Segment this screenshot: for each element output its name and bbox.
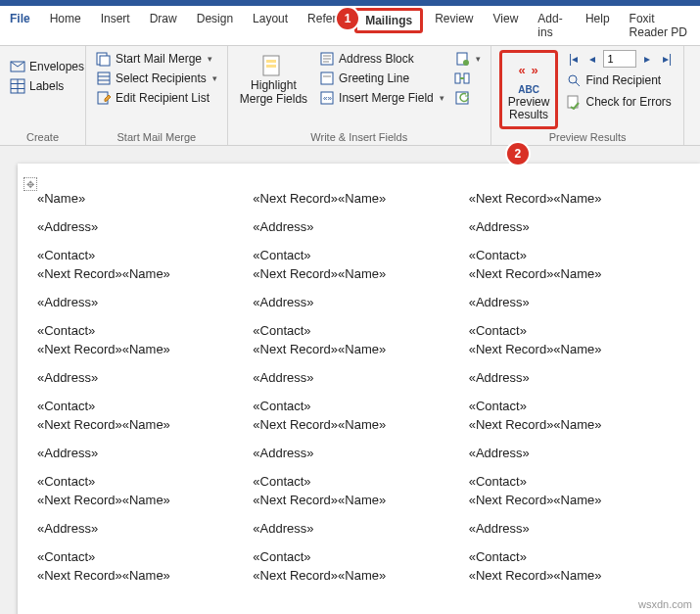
labels-label: Labels (29, 79, 64, 93)
tab-design[interactable]: Design (187, 6, 243, 45)
edit-recipient-list-button[interactable]: Edit Recipient List (94, 89, 219, 107)
preview-results-button[interactable]: « » ABC Preview Results (504, 55, 554, 124)
highlight-merge-fields-button[interactable]: Highlight Merge Fields (236, 50, 311, 109)
merge-field-cell[interactable]: «Address» (35, 519, 251, 538)
tab-layout[interactable]: Layout (243, 6, 298, 45)
tab-review[interactable]: Review (425, 6, 483, 45)
tab-help[interactable]: Help (576, 6, 620, 45)
address-block-icon (319, 51, 335, 67)
envelopes-button[interactable]: Envelopes (8, 58, 86, 75)
match-fields-button[interactable] (452, 70, 483, 87)
merge-field-cell[interactable]: «Next Record»«Name» (35, 491, 251, 509)
merge-field-cell[interactable]: «Address» (467, 444, 682, 462)
edit-list-icon (96, 90, 112, 106)
last-record-button[interactable]: ▸| (658, 50, 676, 68)
check-errors-button[interactable]: Check for Errors (564, 93, 676, 111)
chevron-down-icon: ▾ (212, 73, 217, 83)
start-mail-merge-button[interactable]: Start Mail Merge▾ (94, 50, 219, 68)
merge-field-cell[interactable]: «Contact» (35, 397, 251, 415)
merge-field-cell[interactable]: «Next Record»«Name» (467, 566, 682, 585)
callout-1: 1 (337, 8, 358, 29)
first-record-button[interactable]: |◂ (564, 50, 582, 68)
start-mail-merge-label: Start Mail Merge (116, 52, 202, 66)
tab-addins[interactable]: Add-ins (528, 6, 576, 45)
merge-field-cell[interactable]: «Address» (251, 293, 466, 311)
preview-results-highlight: « » ABC Preview Results (499, 50, 559, 129)
merge-field-cell[interactable]: «Address» (251, 444, 466, 462)
merge-field-cell[interactable]: «Address» (467, 217, 682, 236)
merge-field-cell[interactable]: «Address» (251, 368, 466, 387)
record-number-input[interactable] (603, 50, 636, 68)
merge-field-cell[interactable]: «Address» (467, 519, 682, 538)
merge-field-cell[interactable]: «Next Record»«Name» (35, 566, 251, 585)
chevron-down-icon: ▾ (208, 54, 212, 64)
merge-field-cell[interactable]: «Address» (467, 293, 682, 311)
svg-rect-24 (455, 73, 460, 83)
tab-foxit[interactable]: Foxit Reader PD (620, 6, 700, 45)
svg-text:«»: «» (323, 94, 332, 103)
merge-field-cell[interactable]: «Next Record»«Name» (35, 415, 251, 434)
labels-button[interactable]: Labels (8, 77, 86, 95)
merge-field-cell[interactable]: «Next Record»«Name» (467, 340, 682, 358)
merge-field-cell[interactable]: «Next Record»«Name» (251, 415, 466, 434)
merge-field-cell[interactable]: «Next Record»«Name» (251, 189, 466, 208)
group-preview-label: Preview Results (499, 129, 677, 143)
address-block-button[interactable]: Address Block (317, 50, 446, 68)
merge-field-cell[interactable]: «Contact» (35, 472, 251, 491)
table-move-handle[interactable]: ✥ (23, 177, 37, 191)
tab-file[interactable]: File (0, 6, 40, 45)
merge-field-cell[interactable]: «Next Record»«Name» (467, 415, 682, 434)
merge-field-cell[interactable]: «Next Record»«Name» (251, 340, 466, 358)
tab-draw[interactable]: Draw (140, 6, 187, 45)
merge-field-cell[interactable]: «Next Record»«Name» (251, 264, 466, 283)
merge-field-cell[interactable]: «Address» (35, 444, 251, 462)
merge-field-cell[interactable]: «Next Record»«Name» (467, 264, 682, 283)
update-labels-button[interactable] (452, 89, 483, 107)
merge-field-cell[interactable]: «Contact» (35, 246, 251, 264)
page[interactable]: ✥ «Name»«Next Record»«Name»«Next Record»… (18, 164, 700, 614)
merge-field-cell[interactable]: «Next Record»«Name» (35, 340, 251, 358)
merge-field-cell[interactable]: «Next Record»«Name» (467, 491, 682, 509)
merge-field-cell[interactable]: «Contact» (467, 246, 682, 264)
merge-field-cell[interactable]: «Address» (35, 368, 251, 387)
svg-rect-18 (321, 72, 333, 84)
svg-rect-6 (100, 56, 110, 66)
tab-home[interactable]: Home (40, 6, 91, 45)
next-record-button[interactable]: ▸ (638, 50, 656, 68)
merge-field-cell[interactable]: «Contact» (251, 246, 466, 264)
merge-field-cell[interactable]: «Address» (251, 519, 466, 538)
tab-mailings[interactable]: Mailings (354, 8, 423, 33)
merge-field-cell[interactable]: «Contact» (251, 321, 466, 340)
tab-view[interactable]: View (484, 6, 529, 45)
merge-field-cell[interactable]: «Address» (467, 368, 682, 387)
prev-record-button[interactable]: ◂ (583, 50, 601, 68)
merge-field-cell[interactable]: «Contact» (467, 547, 682, 566)
preview-icon: « » (515, 57, 542, 84)
merge-field-cell[interactable]: «Address» (35, 293, 251, 311)
highlight-label: Highlight Merge Fields (240, 79, 307, 107)
merge-field-cell[interactable]: «Next Record»«Name» (251, 566, 466, 585)
merge-field-cell[interactable]: «Name» (35, 189, 251, 208)
rules-button[interactable]: ▾ (452, 50, 483, 68)
find-recipient-button[interactable]: Find Recipient (564, 71, 676, 89)
tab-insert[interactable]: Insert (91, 6, 140, 45)
merge-field-cell[interactable]: «Next Record»«Name» (467, 189, 682, 208)
merge-field-cell[interactable]: «Contact» (467, 397, 682, 415)
merge-field-cell[interactable]: «Contact» (35, 321, 251, 340)
merge-field-cell[interactable]: «Contact» (467, 321, 682, 340)
select-recipients-button[interactable]: Select Recipients▾ (94, 70, 219, 87)
merge-field-cell[interactable]: «Contact» (251, 397, 466, 415)
merge-field-cell[interactable]: «Contact» (251, 472, 466, 491)
check-errors-label: Check for Errors (585, 95, 671, 109)
insert-merge-field-button[interactable]: «» Insert Merge Field▾ (317, 89, 446, 107)
check-icon (566, 94, 582, 110)
merge-field-cell[interactable]: «Contact» (251, 547, 466, 566)
merge-field-cell[interactable]: «Contact» (467, 472, 682, 491)
merge-field-cell[interactable]: «Next Record»«Name» (251, 491, 466, 509)
merge-field-cell[interactable]: «Contact» (35, 547, 251, 566)
watermark: wsxdn.com (638, 598, 692, 610)
merge-field-cell[interactable]: «Next Record»«Name» (35, 264, 251, 283)
merge-field-cell[interactable]: «Address» (251, 217, 466, 236)
greeting-line-button[interactable]: Greeting Line (317, 70, 446, 87)
merge-field-cell[interactable]: «Address» (35, 217, 251, 236)
